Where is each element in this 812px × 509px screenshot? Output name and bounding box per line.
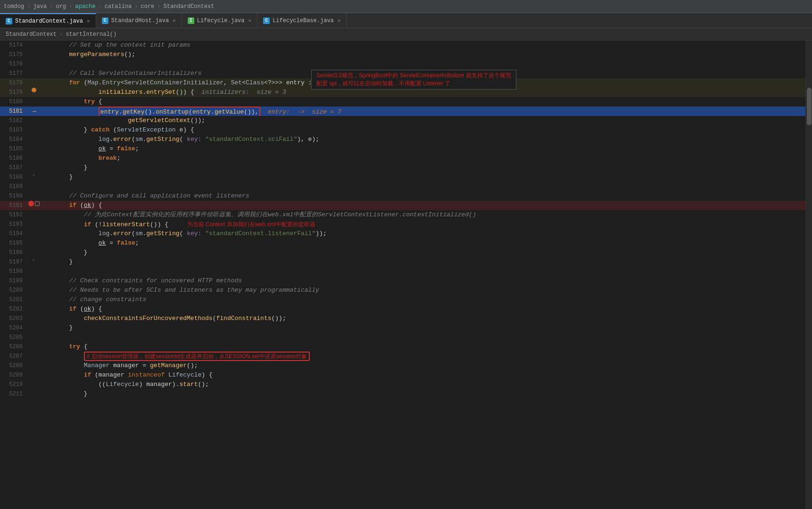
fold-icon-5188[interactable]: ▹: [31, 172, 37, 178]
breadcrumb-org: org: [56, 3, 66, 10]
breadcrumb-catalina: catalina: [105, 3, 132, 10]
tab-icon-c2: C: [102, 17, 108, 24]
tab-standardcontext[interactable]: C StandardContext.java ✕: [0, 13, 96, 28]
breakpoint-5191: [28, 201, 34, 206]
breadcrumb-tomdog: tomdog: [4, 3, 24, 10]
line-5197: 5197 ▹ }: [0, 257, 805, 267]
line-5207: 5207 // 启动session管理器，创建sessionId生成器并启动，从…: [0, 352, 805, 361]
line-5205: 5205: [0, 333, 805, 342]
line-5193: 5193 if (!listenerStart()) { 为当前 Context…: [0, 220, 805, 229]
line-5181: 5181 → entry.getKey().onStartup(entry.ge…: [0, 107, 805, 116]
editor: Servlet3.0规范，SpringBoot中的 ServletContain…: [0, 41, 812, 509]
line-5185: 5185 ok = false;: [0, 144, 805, 154]
line-5199: 5199 // Check constraints for uncovered …: [0, 276, 805, 286]
breadcrumb-apache: apache: [75, 3, 95, 10]
line-5196: 5196 }: [0, 248, 805, 257]
fold-5191[interactable]: [35, 201, 40, 206]
tab-icon-c3: C: [263, 17, 270, 24]
scrollbar[interactable]: [805, 41, 812, 509]
session-comment-box: // 启动session管理器，创建sessionId生成器并启动，从SESSI…: [84, 352, 310, 361]
line-5187: 5187 }: [0, 163, 805, 172]
line-5201: 5201 // change constraints: [0, 295, 805, 304]
tab-close-lifecyclebase[interactable]: ✕: [338, 17, 341, 24]
line-5210: 5210 ((Lifecycle) manager).start();: [0, 380, 805, 389]
line-5184: 5184 log.error(sm.getString( key: "stand…: [0, 135, 805, 144]
tab-close-standardcontext[interactable]: ✕: [87, 18, 90, 24]
line-5182: 5182 getServletContext());: [0, 116, 805, 125]
line-5195: 5195 ok = false;: [0, 238, 805, 248]
line-5200: 5200 // Needs to be after SCIs and liste…: [0, 286, 805, 295]
tab-close-lifecycle[interactable]: ✕: [249, 17, 252, 24]
debug-arrow-5181: →: [32, 107, 36, 116]
line-5192: 5192 // 为此Context配置实例化的应用程序事件侦听器集。调用我们在w…: [0, 210, 805, 220]
tab-label-standardhost: StandardHost.java: [111, 17, 169, 24]
line-5198: 5198: [0, 267, 805, 276]
line-5209: 5209 if (manager instanceof Lifecycle) {: [0, 370, 805, 380]
line-5189: 5189: [0, 182, 805, 191]
line-5203: 5203 checkConstraintsForUncoveredMethods…: [0, 314, 805, 323]
fold-icon-5197[interactable]: ▹: [31, 257, 37, 263]
tab-label-lifecycle: Lifecycle.java: [197, 17, 245, 24]
breadcrumb-core: core: [141, 3, 154, 10]
nav-startinternal: startInternal(): [66, 31, 116, 38]
line-5208: 5208 Manager manager = getManager();: [0, 361, 805, 370]
line-5186: 5186 break;: [0, 154, 805, 163]
line-5191: 5191 if (ok) {: [0, 201, 805, 210]
title-bar: tomdog › java › org › apache › catalina …: [0, 0, 812, 13]
line-5188: 5188 ▹ }: [0, 172, 805, 182]
line-5202: 5202 if (ok) {: [0, 304, 805, 314]
app-container: tomdog › java › org › apache › catalina …: [0, 0, 812, 509]
tab-close-standardhost[interactable]: ✕: [173, 17, 176, 24]
line-5179: 5179 initializers.entrySet()) { initiali…: [0, 88, 805, 97]
tab-standardhost[interactable]: C StandardHost.java ✕: [96, 13, 182, 28]
nav-standardcontext: StandardContext: [6, 31, 57, 38]
tab-lifecyclebase[interactable]: C LifecycleBase.java ✕: [257, 13, 347, 28]
line-5174: 5174 // Set up the context init params: [0, 41, 805, 50]
tab-label-lifecyclebase: LifecycleBase.java: [273, 17, 334, 24]
tab-icon-c: C: [6, 18, 12, 25]
line-5176: 5176: [0, 59, 805, 69]
nav-sep: ›: [59, 31, 63, 38]
tab-lifecycle[interactable]: I Lifecycle.java ✕: [182, 13, 257, 28]
line-5211: 5211 }: [0, 389, 805, 399]
line-5178: 5178 for (Map.Entry<ServletContainerInit…: [0, 78, 805, 88]
breadcrumb-standardcontext: StandardContext: [164, 3, 215, 10]
scrollbar-thumb[interactable]: [807, 88, 812, 125]
breadcrumb-nav: StandardContext › startInternal(): [0, 28, 812, 41]
breadcrumb-java: java: [33, 3, 47, 10]
tab-bar: C StandardContext.java ✕ C StandardHost.…: [0, 13, 812, 28]
breakpoint-5179: [32, 88, 36, 92]
line-5175: 5175 mergeParameters();: [0, 50, 805, 59]
line-5194: 5194 log.error(sm.getString( key: "stand…: [0, 229, 805, 238]
line-5204: 5204 }: [0, 323, 805, 333]
tab-icon-i: I: [188, 17, 194, 24]
line-5190: 5190 // Configure and call application e…: [0, 191, 805, 201]
line-5177: 5177 // Call ServletContainerInitializer…: [0, 69, 805, 78]
tab-label-standardcontext: StandardContext.java: [15, 18, 83, 25]
line-5206: 5206 try {: [0, 342, 805, 352]
line-5183: 5183 } catch (ServletException e) {: [0, 125, 805, 135]
line-5180: 5180 try {: [0, 97, 805, 107]
